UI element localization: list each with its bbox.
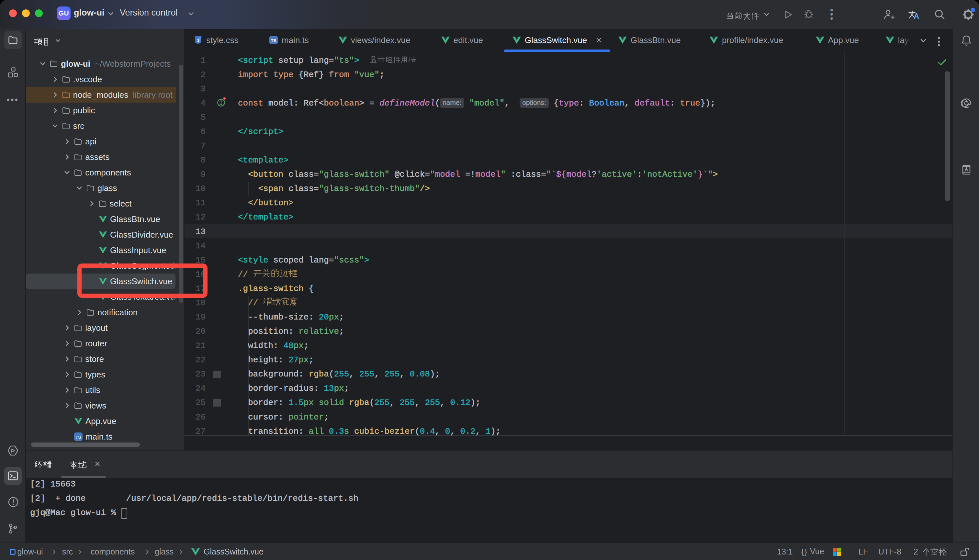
svg-text:TS: TS	[75, 435, 81, 440]
svg-text:3: 3	[197, 38, 199, 43]
svg-text:TS: TS	[271, 38, 276, 43]
